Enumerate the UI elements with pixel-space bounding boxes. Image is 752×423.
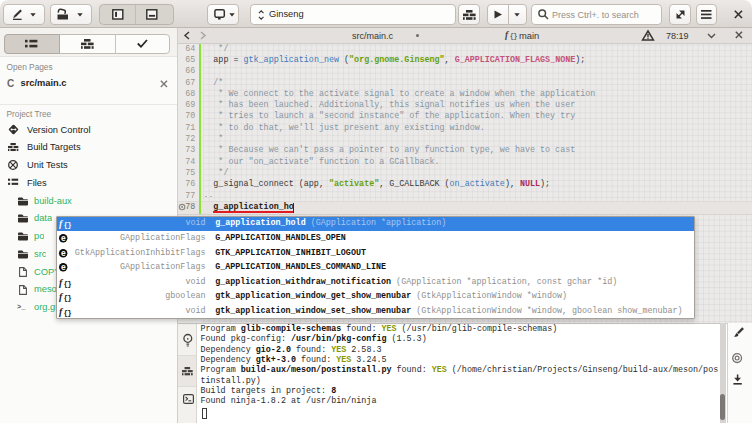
svg-text:e: e — [61, 233, 66, 243]
svg-text:e: e — [61, 248, 66, 258]
svg-text:{}: {} — [509, 32, 517, 40]
svg-text:f: f — [505, 30, 509, 40]
svg-text:e: e — [61, 263, 66, 273]
